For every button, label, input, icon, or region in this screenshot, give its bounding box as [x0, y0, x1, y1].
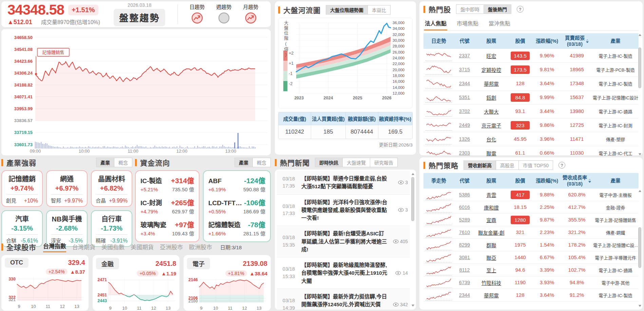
stock-row[interactable]: 1326台化45.953.96%11471傳產-塑膠 — [423, 132, 639, 146]
intraday-index-chart[interactable]: 34658.5034541.0834423.6634306.2434188.82… — [1, 29, 271, 155]
help-icon[interactable]: ? — [558, 162, 565, 169]
money-flow-row[interactable]: LCD-TFT面板-106億+0.55%186.69 億 — [208, 197, 265, 215]
sort-icon[interactable] — [588, 179, 591, 183]
news-tab-1[interactable]: 即時快訊 — [315, 158, 343, 167]
river-tab-2[interactable]: 本益比 — [367, 5, 391, 15]
stock-name-link[interactable]: 青雲 — [487, 193, 496, 198]
hot-strategy-tab-3[interactable]: 市值 TOP50 — [518, 160, 553, 170]
scroll-down-icon[interactable] — [412, 305, 414, 307]
stock-name-link[interactable]: 鈺創 — [487, 95, 496, 101]
stock-code-link[interactable]: 8299 — [459, 242, 470, 248]
column-header[interactable]: 股票 — [475, 38, 508, 44]
global-tab-3[interactable]: 美國指數 — [101, 242, 125, 252]
stock-row[interactable]: 6739竹陞科技11903.93%94.8%電子中游-其他 — [423, 276, 639, 289]
news-item[interactable]: 03/1814:39【即時新聞】最新外資力挺信驊,今日開盤飆漲停12450元,外… — [277, 289, 410, 310]
stock-row[interactable]: 8299群聯19751.54%178.2%電子上游-記憶體IC設... — [423, 239, 639, 251]
hot-stocks-tab-1[interactable]: 盤中即時 — [456, 4, 484, 14]
stock-name-link[interactable]: 聯亞 — [487, 255, 496, 261]
news-item[interactable]: 03/1817:33【即時新聞】光洋科今日強攻漲停!台積電供應鏈發威,最新股價與… — [277, 195, 410, 226]
hot-stocks-tab-2[interactable]: 盤後熱門 — [484, 4, 511, 14]
news-item[interactable]: 03/1815:33【即時新聞】最新地緣風險降溫發酵,台積電盤中強彈大漲40元衝… — [277, 257, 410, 289]
global-tab-1[interactable]: 台灣指數 — [43, 241, 66, 252]
news-tab-2[interactable]: 大盤速覽 — [342, 158, 370, 167]
global-market-card[interactable]: 金融2451.8+0.05%▲1.19247124512443910111213 — [93, 255, 180, 311]
scroll-thumb[interactable] — [638, 47, 641, 88]
column-header[interactable]: 季走勢 — [423, 178, 454, 184]
global-tab-6[interactable]: 歐洲股市 — [189, 242, 212, 252]
stock-code-link[interactable]: 7610 — [459, 230, 470, 235]
industry-tab-2[interactable]: 概念 — [114, 158, 132, 167]
stock-code-link[interactable]: 1326 — [459, 136, 470, 142]
stock-name-link[interactable]: 大聯大 — [484, 109, 499, 115]
chart-tag[interactable]: 記憶體銷售 — [37, 48, 69, 56]
flow-tab-1[interactable]: 產業 — [234, 158, 253, 167]
news-scrollbar[interactable] — [411, 173, 415, 307]
stock-code-link[interactable]: 2344 — [459, 81, 470, 86]
stock-name[interactable]: 合晶 — [96, 197, 106, 204]
help-icon[interactable]: ? — [517, 6, 524, 13]
scroll-up-icon[interactable] — [639, 190, 641, 192]
industry-card[interactable]: 記憶體銷+9.74%創見+10% — [1, 170, 43, 207]
global-tab-4[interactable]: 美國期貨 — [131, 242, 154, 252]
hot-strategy-tab-1[interactable]: 營收創新高 — [463, 160, 496, 170]
stock-row[interactable]: 2449京元電子3239.86%12725電子上游-IC-封測 — [423, 118, 639, 132]
stock-code-link[interactable]: 5386 — [459, 192, 470, 197]
stock-row[interactable]: 2344華邦電1283.64%17348電子上游-IC-製造 — [423, 77, 639, 91]
stock-name-link[interactable]: 台化 — [487, 137, 496, 142]
stock-code-link[interactable]: 3715 — [459, 67, 470, 72]
river-chart[interactable]: 36,00034,00032,00030,00028,00026,00024,0… — [279, 18, 412, 107]
money-flow-row[interactable]: IC-製造+314億+5.21%735.50 億 — [140, 175, 194, 193]
stock-row[interactable]: 6016康和證18.152.25%412.7%金融-證券 — [423, 201, 639, 214]
hot-strategy-tab-2[interactable]: 高股息 — [496, 160, 519, 170]
column-header[interactable]: 代號 — [454, 178, 475, 184]
stock-row[interactable]: 3081聯亞14406.67%105.4%電子上游-半導體元件 — [423, 251, 639, 264]
money-flow-row[interactable]: 玻璃陶瓷+97億+3.4%109.43 億 — [140, 219, 194, 237]
money-flow-row[interactable]: IC-封測+265億+4.79%629.97 億 — [140, 197, 194, 215]
scroll-down-icon[interactable] — [639, 153, 641, 155]
stock-name-link[interactable]: 群聯 — [487, 243, 496, 248]
stock-row[interactable]: 3702大聯大93.13.44%13980電子上游-IC-通路 — [423, 104, 639, 118]
stock-code-link[interactable]: 3702 — [459, 109, 470, 114]
industry-card[interactable]: 網通+6.97%智邦+9.97% — [46, 170, 88, 207]
stock-row[interactable]: 5386青雲4179.88%620.8%電子中游-主機板 — [423, 189, 639, 201]
stock-name-link[interactable]: 華邦電 — [484, 293, 499, 298]
scroll-thumb[interactable] — [638, 227, 641, 268]
scroll-up-icon[interactable] — [412, 173, 414, 175]
column-header[interactable]: 買賣超張 (03/18) — [561, 35, 592, 47]
stock-row[interactable]: 2337旺宏143.59.96%41989電子上游-IC-製造 — [423, 49, 639, 63]
industry-tab-1[interactable]: 產業 — [96, 158, 114, 167]
scroll-up-icon[interactable] — [639, 34, 641, 36]
stock-code-link[interactable]: 3081 — [459, 255, 470, 260]
table-scrollbar[interactable] — [638, 34, 642, 155]
column-header[interactable]: 產業 — [592, 38, 639, 44]
flow-tab-2[interactable]: 概念 — [252, 158, 271, 167]
stock-code-link[interactable]: 2337 — [459, 53, 470, 58]
stock-name-link[interactable]: 京元電子 — [481, 123, 501, 129]
stock-name-link[interactable]: 康和證 — [484, 205, 499, 211]
column-header[interactable]: 股價 — [508, 178, 533, 184]
stock-code-link[interactable]: 2303 — [459, 150, 470, 156]
stock-row[interactable]: 7610聯友金屬-創3212.23%321.2%傳產-鋼鐵 — [423, 226, 639, 239]
global-market-card[interactable]: OTC329.4+2.54%▲8.37330322321910111213 — [1, 255, 89, 311]
news-tab-3[interactable]: 研究報告 — [370, 158, 398, 167]
table-scrollbar[interactable] — [638, 190, 642, 307]
hot-stocks-subtab-2[interactable]: 市場焦點 — [456, 17, 479, 30]
stock-code-link[interactable]: 5289 — [459, 217, 470, 222]
stock-row[interactable]: 2344華邦電1283.64%91.2%電子上游-IC-製造 — [423, 289, 639, 302]
column-header[interactable]: 日走勢 — [423, 38, 454, 44]
sort-icon[interactable] — [586, 39, 589, 43]
stock-name-link[interactable]: 至上 — [487, 268, 496, 273]
news-item[interactable]: 03/1815:35【即時新聞】最新!台燿受惠ASIC訂單延續,法人估第二季獲利… — [277, 226, 410, 257]
stock-name-link[interactable]: 竹陞科技 — [481, 280, 501, 286]
scroll-down-icon[interactable] — [639, 305, 641, 307]
stock-row[interactable]: 8112至上94.63.39%102.7%電子上游-IC-通路 — [423, 264, 639, 276]
stock-name-link[interactable]: 聯電 — [487, 151, 496, 156]
stock-row[interactable]: 5289宜鼎12809.87%355.5%電子上游-記憶體銷售 — [423, 214, 639, 226]
stock-code-link[interactable]: 6016 — [459, 205, 470, 210]
column-header[interactable]: 代號 — [454, 38, 475, 44]
stock-code-link[interactable]: 2344 — [459, 292, 470, 298]
hot-stocks-subtab-3[interactable]: 當沖焦點 — [488, 17, 511, 30]
column-header[interactable]: 股票 — [475, 178, 508, 184]
column-header[interactable]: 營收成長率 (03/18) — [561, 175, 592, 187]
money-flow-row[interactable]: ABF-124億+6.19%590.88 億 — [208, 175, 265, 193]
